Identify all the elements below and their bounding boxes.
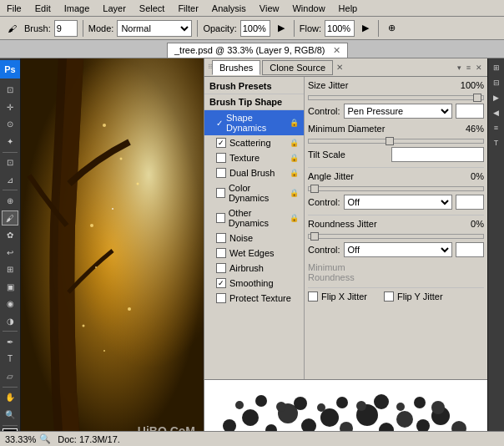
texture-checkbox[interactable] bbox=[216, 153, 226, 163]
smoothing-checkbox[interactable]: ✓ bbox=[216, 278, 226, 288]
airbrush-checkbox[interactable] bbox=[216, 263, 226, 273]
flip-y-checkbox[interactable] bbox=[384, 291, 394, 302]
hand-tool[interactable]: ✋ bbox=[2, 390, 18, 405]
zoom-tool[interactable]: 🔍 bbox=[2, 407, 18, 422]
noise-item[interactable]: Noise bbox=[204, 231, 304, 246]
other-dynamics-checkbox[interactable] bbox=[216, 213, 225, 223]
menu-filter[interactable]: Filter bbox=[171, 2, 204, 15]
texture-item[interactable]: Texture 🔒 bbox=[204, 150, 304, 165]
flow-arrow[interactable]: ▶ bbox=[358, 20, 373, 36]
size-control-extra[interactable] bbox=[456, 104, 484, 119]
pen-tool[interactable]: ✒ bbox=[2, 334, 18, 349]
size-control-label: Control: bbox=[308, 106, 340, 116]
roundness-control-extra[interactable] bbox=[456, 242, 484, 257]
lasso-tool[interactable]: ⊙ bbox=[2, 117, 18, 132]
flow-input[interactable] bbox=[325, 20, 355, 37]
right-icon-3[interactable]: ▶ bbox=[490, 91, 503, 104]
wet-edges-item[interactable]: Wet Edges bbox=[204, 246, 304, 261]
move-tool[interactable]: ✛ bbox=[2, 99, 18, 114]
color-dynamics-checkbox[interactable] bbox=[216, 188, 225, 198]
heal-tool[interactable]: ⊕ bbox=[2, 193, 18, 208]
min-diameter-thumb[interactable] bbox=[386, 137, 394, 145]
right-icon-6[interactable]: T bbox=[490, 136, 503, 150]
clone-source-tab[interactable]: Clone Source bbox=[262, 60, 333, 75]
angle-control-select[interactable]: Off Fade Pen Pressure Pen Tilt Stylus Wh… bbox=[344, 195, 452, 210]
shape-dynamics-item[interactable]: ✓ Shape Dynamics 🔒 bbox=[204, 110, 304, 135]
clone-tab-close[interactable]: ✕ bbox=[336, 63, 343, 72]
wet-edges-checkbox[interactable] bbox=[216, 248, 226, 258]
menu-window[interactable]: Window bbox=[285, 2, 331, 15]
menu-layer[interactable]: Layer bbox=[96, 2, 133, 15]
clone-tool[interactable]: ✿ bbox=[2, 227, 18, 242]
smoothing-item[interactable]: ✓ Smoothing bbox=[204, 276, 304, 291]
angle-jitter-label: Angle Jitter bbox=[308, 171, 391, 181]
right-icon-4[interactable]: ◀ bbox=[490, 106, 503, 119]
color-dynamics-item[interactable]: Color Dynamics 🔒 bbox=[204, 180, 304, 205]
min-diameter-slider[interactable] bbox=[308, 139, 484, 144]
angle-control-extra[interactable] bbox=[456, 195, 484, 210]
eyedropper-tool[interactable]: ⊿ bbox=[2, 172, 18, 187]
opacity-arrow[interactable]: ▶ bbox=[274, 20, 289, 36]
menu-help[interactable]: Help bbox=[332, 2, 365, 15]
menu-view[interactable]: View bbox=[253, 2, 286, 15]
shape-tool[interactable]: ▱ bbox=[2, 368, 18, 383]
scattering-checkbox[interactable]: ✓ bbox=[216, 138, 226, 148]
right-icon-5[interactable]: ≡ bbox=[490, 121, 503, 134]
scattering-item[interactable]: ✓ Scattering 🔒 bbox=[204, 135, 304, 150]
dodge-tool[interactable]: ◑ bbox=[2, 313, 18, 328]
angle-jitter-slider[interactable] bbox=[308, 186, 484, 191]
flip-x-checkbox[interactable] bbox=[308, 291, 318, 302]
flip-y-label: Flip Y Jitter bbox=[397, 291, 443, 302]
crop-tool[interactable]: ⊡ bbox=[2, 155, 18, 170]
toolbar-separator-2 bbox=[197, 20, 198, 37]
menu-edit[interactable]: Edit bbox=[28, 2, 58, 15]
brush-presets-section[interactable]: Brush Presets bbox=[204, 79, 304, 94]
roundness-control-select[interactable]: Off Fade Pen Pressure Pen Tilt Stylus Wh… bbox=[344, 242, 452, 257]
right-icon-2[interactable]: ⊟ bbox=[490, 76, 503, 89]
selection-tool[interactable]: ⊡ bbox=[2, 83, 18, 98]
brush-tool[interactable]: 🖌 bbox=[2, 210, 18, 226]
panel-close-icon[interactable]: ✕ bbox=[474, 62, 484, 73]
protect-texture-checkbox[interactable] bbox=[216, 293, 226, 303]
size-jitter-thumb[interactable] bbox=[473, 94, 481, 102]
roundness-jitter-thumb[interactable] bbox=[310, 232, 319, 241]
tilt-scale-input[interactable] bbox=[391, 147, 484, 162]
dual-brush-item[interactable]: Dual Brush 🔒 bbox=[204, 165, 304, 180]
airbrush-item[interactable]: Airbrush bbox=[204, 261, 304, 276]
gradient-tool[interactable]: ▣ bbox=[2, 279, 18, 294]
texture-lock: 🔒 bbox=[290, 154, 299, 162]
document-tab[interactable]: _tree.psd @ 33.3% (Layer 9, RGB/8) ✕ bbox=[167, 43, 348, 58]
right-icon-1[interactable]: ⊞ bbox=[490, 61, 503, 74]
history-brush-tool[interactable]: ↩ bbox=[2, 245, 18, 260]
menu-file[interactable]: File bbox=[0, 2, 28, 15]
eraser-tool[interactable]: ⊞ bbox=[2, 261, 18, 276]
menu-image[interactable]: Image bbox=[58, 2, 97, 15]
panel-collapse-icon[interactable]: ▾ bbox=[456, 62, 463, 73]
panel-menu-icon[interactable]: ≡ bbox=[465, 62, 472, 73]
svg-point-31 bbox=[374, 394, 389, 409]
angle-jitter-row: Angle Jitter 0% bbox=[308, 171, 484, 181]
other-dynamics-item[interactable]: Other Dynamics 🔒 bbox=[204, 205, 304, 231]
magic-wand-tool[interactable]: ✦ bbox=[2, 134, 18, 149]
opacity-input[interactable] bbox=[240, 20, 270, 37]
brush-tip-section[interactable]: Brush Tip Shape bbox=[204, 94, 304, 110]
roundness-jitter-slider[interactable] bbox=[308, 234, 484, 239]
menu-select[interactable]: Select bbox=[133, 2, 172, 15]
text-tool[interactable]: T bbox=[2, 352, 18, 367]
blur-tool[interactable]: ◉ bbox=[2, 296, 18, 311]
svg-point-24 bbox=[235, 401, 244, 409]
size-control-select[interactable]: Pen Pressure Off Fade Pen Tilt Stylus Wh… bbox=[344, 104, 452, 119]
protect-texture-item[interactable]: Protect Texture bbox=[204, 291, 304, 306]
brush-size-input[interactable] bbox=[54, 20, 78, 37]
mode-select[interactable]: Normal bbox=[117, 20, 192, 37]
tab-close-icon[interactable]: ✕ bbox=[333, 45, 340, 55]
angle-jitter-thumb[interactable] bbox=[310, 185, 319, 193]
dual-brush-checkbox[interactable] bbox=[216, 168, 226, 178]
menu-analysis[interactable]: Analysis bbox=[205, 2, 253, 15]
brush-tool-button[interactable]: 🖌 bbox=[3, 21, 21, 36]
size-jitter-slider[interactable] bbox=[308, 95, 484, 100]
separator-3 bbox=[308, 287, 484, 288]
airbrush-toggle[interactable]: ⊕ bbox=[384, 20, 400, 36]
noise-checkbox[interactable] bbox=[216, 233, 226, 243]
brushes-tab[interactable]: Brushes bbox=[212, 60, 260, 75]
